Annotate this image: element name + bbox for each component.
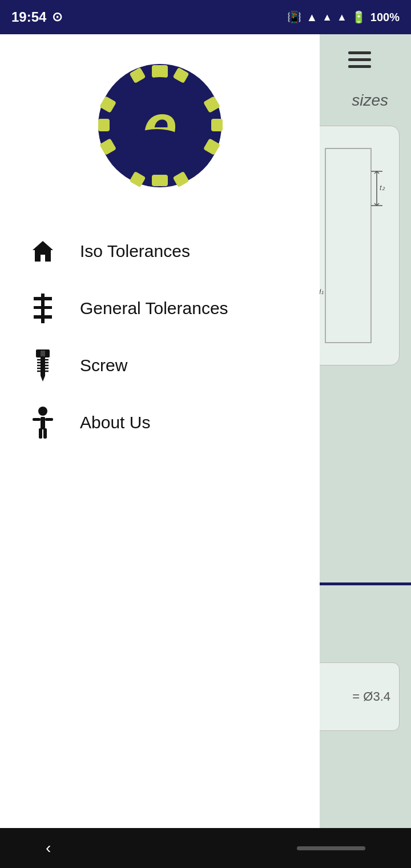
navigation-drawer: e e Iso Tolerances xyxy=(0,34,320,834)
svg-marker-43 xyxy=(41,376,45,381)
tolerance-icon xyxy=(29,294,57,323)
hamburger-line-1 xyxy=(348,51,371,54)
recording-icon: ⊙ xyxy=(52,10,62,25)
menu-item-iso-tolerances[interactable]: Iso Tolerances xyxy=(0,223,320,280)
svg-rect-33 xyxy=(34,306,52,309)
svg-rect-46 xyxy=(33,418,41,421)
about-us-label: About Us xyxy=(80,413,150,432)
svg-rect-32 xyxy=(34,297,52,300)
svg-rect-14 xyxy=(152,65,168,78)
home-icon-svg xyxy=(30,239,55,264)
svg-text:t₂: t₂ xyxy=(380,183,385,192)
back-button[interactable]: ‹ xyxy=(46,839,51,857)
hamburger-line-2 xyxy=(348,58,371,61)
menu-item-screw[interactable]: Screw xyxy=(0,337,320,394)
svg-rect-24 xyxy=(98,119,110,131)
bottom-nav: ‹ xyxy=(0,828,411,868)
diagram-svg: t₂ d₁ xyxy=(308,137,388,354)
screw-label: Screw xyxy=(80,356,127,375)
battery-icon: 🔋 xyxy=(352,10,366,24)
status-bar: 19:54 ⊙ 📳 ▲ ▲ ▲ 🔋 100% xyxy=(0,0,411,34)
vibrate-icon: 📳 xyxy=(287,10,301,24)
status-time-group: 19:54 ⊙ xyxy=(11,9,62,25)
home-pill[interactable] xyxy=(297,846,365,850)
app-logo: e e xyxy=(97,63,223,188)
screw-icon-svg xyxy=(33,349,53,381)
screw-icon xyxy=(29,349,57,381)
general-tolerances-label: General Tolerances xyxy=(80,299,228,318)
hamburger-line-3 xyxy=(348,65,371,68)
accent-line xyxy=(320,582,411,585)
svg-point-29 xyxy=(130,129,184,154)
svg-point-44 xyxy=(38,407,47,416)
person-icon-svg xyxy=(33,407,53,439)
svg-rect-48 xyxy=(39,428,42,439)
svg-rect-34 xyxy=(34,315,52,319)
bottom-diagram-text: = Ø3.4 xyxy=(352,689,390,704)
svg-rect-49 xyxy=(43,428,47,439)
iso-tolerances-label: Iso Tolerances xyxy=(80,242,190,261)
status-time: 19:54 xyxy=(11,9,46,25)
svg-rect-18 xyxy=(211,119,223,131)
svg-rect-21 xyxy=(152,175,168,186)
tolerance-icon-svg xyxy=(30,294,55,323)
menu-item-general-tolerances[interactable]: General Tolerances xyxy=(0,280,320,337)
battery-percent: 100% xyxy=(370,11,400,24)
signal2-icon: ▲ xyxy=(337,11,347,23)
status-icons: 📳 ▲ ▲ ▲ 🔋 100% xyxy=(287,10,400,24)
bg-title: sizes xyxy=(352,91,388,110)
svg-rect-0 xyxy=(325,148,371,343)
logo-area: e e xyxy=(0,34,320,223)
svg-marker-30 xyxy=(33,241,53,262)
home-icon xyxy=(29,239,57,264)
wifi-icon: ▲ xyxy=(306,11,317,24)
signal-icon: ▲ xyxy=(322,11,332,23)
hamburger-button[interactable] xyxy=(342,46,400,74)
menu-item-about-us[interactable]: About Us xyxy=(0,394,320,451)
svg-rect-36 xyxy=(41,351,45,356)
svg-rect-47 xyxy=(45,418,53,421)
svg-rect-45 xyxy=(41,417,45,429)
person-icon xyxy=(29,407,57,439)
